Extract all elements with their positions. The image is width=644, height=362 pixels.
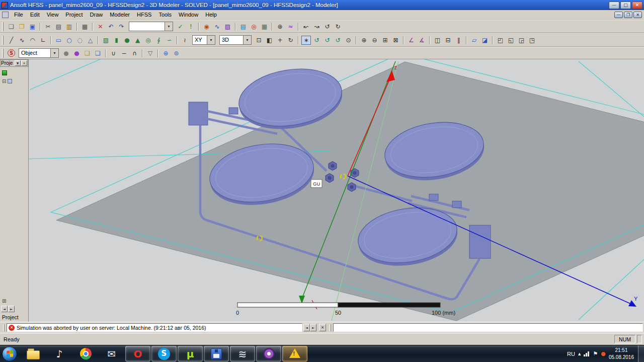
boolean-subtract-icon[interactable]: − bbox=[119, 49, 129, 58]
draw-bondwire-icon[interactable]: ∽ bbox=[165, 36, 174, 45]
rotate-screen-icon[interactable]: ↺ bbox=[323, 36, 332, 45]
mesh-settings-icon[interactable]: ▦ bbox=[260, 22, 269, 31]
chevron-down-icon[interactable]: ▼ bbox=[207, 36, 215, 44]
tray-chevron-icon[interactable]: ▴ bbox=[578, 350, 581, 357]
validate-icon[interactable]: ✓ bbox=[176, 22, 185, 31]
menu-project[interactable]: Project bbox=[62, 11, 86, 19]
toolbar-grip[interactable] bbox=[2, 22, 4, 31]
zoom-out-icon[interactable]: ⊖ bbox=[370, 36, 379, 45]
taskbar-chrome[interactable] bbox=[73, 346, 98, 361]
boolean-intersect-icon[interactable]: ∩ bbox=[130, 49, 139, 58]
draw-spline-icon[interactable]: ∿ bbox=[17, 36, 27, 45]
rotate-model-icon[interactable]: ↺ bbox=[312, 36, 321, 45]
menu-file[interactable]: File bbox=[11, 11, 27, 19]
menu-modeler[interactable]: Modeler bbox=[106, 11, 133, 19]
draw-line-icon[interactable]: ╱ bbox=[7, 36, 16, 45]
project-panel-menu-button[interactable]: ▼ bbox=[15, 60, 21, 66]
draw-polygon-icon[interactable]: △ bbox=[86, 36, 95, 45]
zoom-in-icon[interactable]: ⊕ bbox=[359, 36, 369, 45]
tree-node-design[interactable]: ⊟ bbox=[2, 77, 28, 85]
tree-collapse-icon[interactable]: ⊟ bbox=[2, 78, 6, 84]
taskbar-waves[interactable]: ≋ bbox=[230, 346, 255, 361]
taskbar-explorer[interactable] bbox=[21, 346, 46, 361]
substrate-board[interactable] bbox=[56, 62, 644, 321]
sweep-icon[interactable]: ≀ bbox=[180, 36, 190, 45]
measure-distance-icon[interactable]: ∠ bbox=[407, 36, 416, 45]
draw-helix-icon[interactable]: ∮ bbox=[154, 36, 164, 45]
rotate-axis-icon[interactable]: ↺ bbox=[333, 36, 343, 45]
start-button[interactable] bbox=[2, 346, 17, 361]
excitations-icon[interactable]: ◎ bbox=[249, 22, 259, 31]
message-close-button[interactable]: ✕ bbox=[319, 324, 326, 331]
tree-node-collapsed[interactable]: ⊞ bbox=[2, 297, 28, 305]
taskbar-opera[interactable]: O bbox=[125, 346, 150, 361]
results-icon[interactable]: ∿ bbox=[212, 22, 222, 31]
draw-arc-icon[interactable]: ◠ bbox=[28, 36, 37, 45]
filter-icon[interactable]: ▽ bbox=[145, 49, 155, 58]
view-orbit-icon[interactable]: ↜ bbox=[301, 22, 311, 31]
menu-help[interactable]: Help bbox=[202, 11, 220, 19]
analyze-all-icon[interactable]: ! bbox=[186, 22, 196, 31]
window-split-icon[interactable]: ◫ bbox=[433, 36, 442, 45]
boundary-display-icon[interactable]: ▤ bbox=[238, 22, 248, 31]
plot-icon[interactable]: ≈ bbox=[286, 22, 295, 31]
axes-visibility-icon[interactable]: ⊚ bbox=[172, 49, 181, 58]
message-scroll-right-button[interactable]: ► bbox=[310, 324, 316, 331]
toolbar-grip[interactable] bbox=[2, 49, 4, 58]
select-solids-icon[interactable]: ● bbox=[61, 49, 71, 58]
draw-cone-icon[interactable]: ▲ bbox=[133, 36, 142, 45]
delete-icon[interactable]: ✕ bbox=[96, 22, 105, 31]
chevron-down-icon[interactable]: ▼ bbox=[243, 36, 251, 44]
taskbar-utorrent[interactable]: µ bbox=[178, 346, 203, 361]
view-iso-icon[interactable]: ◰ bbox=[496, 36, 505, 45]
magnifier-icon[interactable]: ⊕ bbox=[275, 22, 285, 31]
pane-scroll-left-button[interactable]: ◄ bbox=[1, 306, 8, 312]
plane-visibility-icon[interactable]: ⊕ bbox=[161, 49, 171, 58]
history-combo[interactable]: ▼ bbox=[129, 22, 173, 31]
fit-all-icon[interactable]: ⊠ bbox=[391, 36, 400, 45]
menu-draw[interactable]: Draw bbox=[87, 11, 107, 19]
taskbar-volume[interactable]: ♪ bbox=[47, 346, 72, 361]
secondary-message-field[interactable] bbox=[333, 323, 643, 332]
tree-node-project[interactable] bbox=[2, 69, 28, 77]
taskbar-email[interactable]: ✉ bbox=[99, 346, 124, 361]
mdi-restore-button[interactable]: ❐ bbox=[624, 12, 632, 18]
menu-view[interactable]: View bbox=[43, 11, 62, 19]
draw-circle-icon[interactable]: ○ bbox=[64, 36, 74, 45]
maximize-button[interactable]: □ bbox=[620, 2, 631, 9]
close-button[interactable]: ✕ bbox=[632, 2, 642, 9]
mdi-minimize-button[interactable]: — bbox=[614, 12, 623, 18]
mdi-close-button[interactable]: ✕ bbox=[633, 12, 642, 18]
view-side-icon[interactable]: ◲ bbox=[517, 36, 526, 45]
measure-angle-icon[interactable]: ∡ bbox=[417, 36, 427, 45]
chevron-down-icon[interactable]: ▼ bbox=[165, 22, 173, 31]
clip-plane-icon[interactable]: ◪ bbox=[480, 36, 490, 45]
toolbar-grip[interactable] bbox=[2, 36, 4, 45]
copy-icon[interactable]: ▤ bbox=[54, 22, 63, 31]
draw-cylinder-icon[interactable]: ▮ bbox=[112, 36, 121, 45]
window-horizontal-icon[interactable]: ⊟ bbox=[443, 36, 453, 45]
draw-polyline-icon[interactable]: ∟ bbox=[38, 36, 48, 45]
tree-expand-icon[interactable]: ⊞ bbox=[2, 298, 6, 304]
pan-icon[interactable]: ∗ bbox=[301, 36, 311, 45]
taskbar-backup[interactable] bbox=[204, 346, 229, 361]
new-project-icon[interactable]: ❏ bbox=[7, 22, 16, 31]
redo-icon[interactable]: ↷ bbox=[117, 22, 126, 31]
minimize-button[interactable]: — bbox=[609, 2, 619, 9]
project-panel-header[interactable]: Proje ▼ ✕ bbox=[0, 59, 28, 67]
draw-rectangle-icon[interactable]: ▭ bbox=[54, 36, 63, 45]
message-scroll-left-button[interactable]: ◄ bbox=[303, 324, 310, 331]
zoom-window-icon[interactable]: ⊞ bbox=[380, 36, 390, 45]
select-face-icon[interactable]: ◧ bbox=[265, 36, 274, 45]
view-mode-combo[interactable]: 3D ▼ bbox=[219, 35, 252, 45]
tray-alert-icon[interactable]: ● bbox=[601, 350, 606, 357]
mdi-document-icon[interactable] bbox=[2, 12, 9, 18]
menu-window[interactable]: Window bbox=[175, 11, 202, 19]
fields-overlay-icon[interactable]: ▨ bbox=[223, 22, 232, 31]
view-front-icon[interactable]: ◳ bbox=[527, 36, 537, 45]
object-history-icon[interactable]: ❏ bbox=[93, 49, 103, 58]
tray-network-icon[interactable] bbox=[584, 351, 590, 356]
chevron-down-icon[interactable]: ▼ bbox=[50, 49, 58, 57]
project-panel-close-button[interactable]: ✕ bbox=[21, 60, 27, 66]
menu-edit[interactable]: Edit bbox=[27, 11, 43, 19]
